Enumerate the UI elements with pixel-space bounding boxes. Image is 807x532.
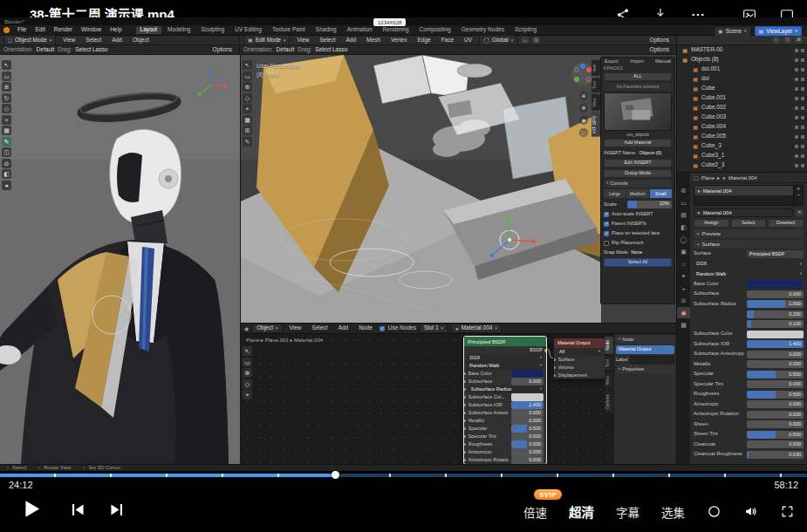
sidebar-tab[interactable]: View <box>605 372 613 389</box>
checkbox[interactable] <box>604 231 609 236</box>
properties-tab-icon[interactable]: ⊘ <box>677 295 690 306</box>
workspace-tab[interactable]: Modeling <box>163 26 195 35</box>
render-toggle-icon[interactable] <box>801 145 804 148</box>
outliner-item[interactable]: ▦ Cube <box>677 84 807 93</box>
property-row[interactable]: Base Color <box>694 280 804 290</box>
outliner-item[interactable]: ▦ Cube.001 <box>677 93 807 103</box>
select-all-button[interactable]: Select All <box>604 258 672 267</box>
node-input-row[interactable]: Anisotropic Rotation 0.000 <box>467 456 544 464</box>
progress-bar[interactable] <box>0 474 807 477</box>
outliner-item[interactable]: ▦ Cube.004 <box>677 122 807 132</box>
properties-tab-icon[interactable]: ▭ <box>677 197 690 208</box>
volume-icon[interactable] <box>743 504 758 519</box>
node-input-row[interactable]: Subsurface Col... <box>467 393 544 401</box>
properties-tab-icon[interactable]: ⌂ <box>677 258 690 269</box>
workspace-tab[interactable]: Sculpting <box>196 26 229 35</box>
hide-toggle-icon[interactable] <box>795 164 798 167</box>
render-toggle-icon[interactable] <box>801 87 804 91</box>
viewport-menu-item[interactable]: View <box>293 38 312 44</box>
node-input-row[interactable]: Displacement <box>557 372 602 379</box>
checkbox[interactable] <box>604 212 609 217</box>
tool-icon[interactable]: ↻ <box>2 93 11 103</box>
tool-icon[interactable]: ⊞ <box>243 126 252 135</box>
slot-dropdown[interactable]: Slot 1 <box>420 324 448 334</box>
shader-menu-item[interactable]: Select <box>309 325 332 331</box>
tool-icon[interactable]: ⊕ <box>2 82 11 92</box>
render-toggle-icon[interactable] <box>801 78 804 81</box>
search-icon[interactable]: ⌕ <box>772 37 780 44</box>
material-action-button[interactable]: Select <box>731 219 767 228</box>
material-output-node[interactable]: Material Output All Surface Volume <box>553 338 605 379</box>
hide-toggle-icon[interactable] <box>795 116 798 119</box>
material-slot-row[interactable]: ● Material.004 <box>694 186 793 195</box>
kitops-checkbox-row[interactable]: Flip Placement <box>604 239 672 247</box>
add-slot-button[interactable]: + <box>797 186 800 192</box>
render-toggle-icon[interactable] <box>801 154 804 158</box>
render-toggle-icon[interactable] <box>801 68 804 72</box>
unlink-icon[interactable]: ✕ <box>796 209 804 216</box>
label-field[interactable] <box>630 356 674 364</box>
progress-knob[interactable] <box>332 471 339 479</box>
menu-item[interactable]: Render <box>51 27 76 33</box>
outliner-item-label[interactable]: Cube <box>701 85 715 92</box>
property-row[interactable]: Clearcoat Roughness 0.030 <box>694 450 804 460</box>
property-row[interactable]: GGX <box>694 260 804 269</box>
property-row[interactable]: Subsurface Radius 1.000 <box>694 300 804 310</box>
hide-toggle-icon[interactable] <box>795 145 798 148</box>
material-action-button[interactable]: Deselect <box>768 219 804 228</box>
node-input-row[interactable]: Subsurface Anisotropy 0.000 <box>467 409 544 417</box>
material-action-button[interactable]: Assign <box>694 219 729 228</box>
remove-slot-button[interactable]: − <box>797 192 800 198</box>
workspace-tab[interactable]: Layout <box>136 26 162 35</box>
property-row[interactable]: Surface Principled BSDF <box>694 249 804 259</box>
outliner-item-label[interactable]: Cube.004 <box>701 124 726 130</box>
hide-toggle-icon[interactable] <box>795 106 798 110</box>
outliner-item-label[interactable]: dol <box>701 76 709 82</box>
kitops-link[interactable]: Manual <box>655 59 671 65</box>
properties-tab-icon[interactable]: ▣ <box>677 246 690 257</box>
outliner-item[interactable]: ▦ Cube.002 <box>677 103 807 113</box>
outliner-item[interactable]: ▦ MASTER-00 <box>677 45 807 55</box>
quality-button[interactable]: 超清 <box>569 502 594 521</box>
properties-tab-icon[interactable]: ⚙ <box>677 185 690 196</box>
episodes-button[interactable]: 选集 <box>661 503 685 521</box>
outliner-item-label[interactable]: Cube.001 <box>701 95 726 101</box>
properties-tab-icon[interactable]: ✦ <box>677 270 690 282</box>
tool-icon[interactable]: ▦ <box>2 126 11 135</box>
viewport-character[interactable]: ↖ ▭ ⊕ ↻ ◇ ⌖ ▦ ✎ ◫ ⊘ <box>0 55 240 464</box>
properties-tab-icon[interactable]: ◉ <box>677 307 690 318</box>
property-row[interactable]: Random Walk <box>694 269 804 279</box>
shader-menu-item[interactable]: Add <box>335 325 352 331</box>
shader-menu-item[interactable]: View <box>286 325 305 331</box>
outliner-item[interactable]: ▦ Cube_3 <box>677 141 807 151</box>
viewport-menu-item[interactable]: Add <box>343 38 360 44</box>
node-input-row[interactable]: Base Color <box>467 370 544 378</box>
zoom-icon[interactable]: ⊕ <box>579 92 588 100</box>
tool-icon[interactable]: ◫ <box>2 147 11 157</box>
property-row[interactable]: 0.100 <box>694 320 804 330</box>
render-toggle-icon[interactable] <box>801 126 804 129</box>
workspace-tab[interactable]: Scripting <box>510 26 541 35</box>
scene-dropdown[interactable]: ▣Scene <box>714 26 751 37</box>
transform-orientation-dropdown[interactable]: ◯Global <box>479 35 517 45</box>
sidebar-tab[interactable]: Item <box>592 60 600 76</box>
outliner-item[interactable]: ▦ Objects (8) <box>677 55 807 65</box>
outliner-item-label[interactable]: MASTER-00 <box>691 47 722 53</box>
drag-value[interactable]: Select Lasso <box>75 47 107 53</box>
tool-icon[interactable]: ◇ <box>243 379 252 389</box>
property-row[interactable]: Specular Tint 0.000 <box>694 380 804 390</box>
tool-icon[interactable]: ▭ <box>243 72 252 81</box>
outliner-item[interactable]: ▦ Cube2_3 <box>677 160 807 170</box>
tool-icon[interactable]: ⊘ <box>2 159 11 168</box>
property-row[interactable]: Anisotropic 0.000 <box>694 400 804 410</box>
options-menu[interactable]: Options <box>646 38 673 44</box>
preview-section-header[interactable]: Preview <box>694 229 804 238</box>
property-row[interactable]: Clearcoat 0.000 <box>694 440 804 450</box>
drag-value[interactable]: Select Lasso <box>315 47 347 53</box>
new-collection-icon[interactable]: ⊞ <box>795 37 803 44</box>
tool-icon[interactable]: ● <box>2 181 11 190</box>
viewport-menu-item[interactable]: Select <box>82 38 105 44</box>
node-input-row[interactable]: GGX <box>467 354 544 362</box>
outliner-item-label[interactable]: Cube.003 <box>701 114 726 120</box>
kpack-filter-dropdown[interactable]: ALL <box>604 72 672 81</box>
